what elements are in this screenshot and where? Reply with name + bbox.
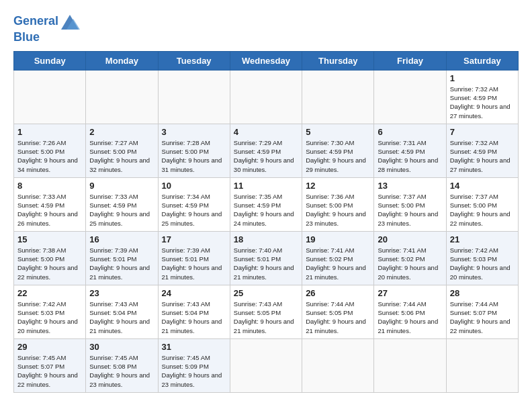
calendar-cell xyxy=(374,70,446,124)
logo-text-blue: Blue xyxy=(13,31,40,44)
calendar-cell: 29 Sunrise: 7:45 AMSunset: 5:07 PMDaylig… xyxy=(14,338,86,392)
header: General Blue xyxy=(13,12,519,44)
day-info: Sunrise: 7:43 AMSunset: 5:05 PMDaylight:… xyxy=(234,300,294,334)
day-number: 26 xyxy=(306,288,370,298)
day-info: Sunrise: 7:27 AMSunset: 5:00 PMDaylight:… xyxy=(89,139,150,173)
day-info: Sunrise: 7:43 AMSunset: 5:04 PMDaylight:… xyxy=(162,300,222,334)
calendar-cell: 1 Sunrise: 7:32 AMSunset: 4:59 PMDayligh… xyxy=(446,70,518,124)
week-row-0: 1 Sunrise: 7:32 AMSunset: 4:59 PMDayligh… xyxy=(14,70,519,124)
calendar-cell xyxy=(230,338,302,392)
calendar-cell xyxy=(230,70,302,124)
day-info: Sunrise: 7:39 AMSunset: 5:01 PMDaylight:… xyxy=(89,246,150,281)
day-info: Sunrise: 7:26 AMSunset: 5:00 PMDaylight:… xyxy=(17,139,78,173)
day-info: Sunrise: 7:32 AMSunset: 4:59 PMDaylight:… xyxy=(450,85,511,120)
week-row-1: 1 Sunrise: 7:26 AMSunset: 5:00 PMDayligh… xyxy=(14,124,519,177)
day-number: 1 xyxy=(17,127,82,137)
calendar-cell: 15 Sunrise: 7:38 AMSunset: 5:00 PMDaylig… xyxy=(14,231,86,285)
day-number: 27 xyxy=(378,288,442,298)
calendar-cell: 17 Sunrise: 7:39 AMSunset: 5:01 PMDaylig… xyxy=(158,231,230,285)
day-info: Sunrise: 7:35 AMSunset: 4:59 PMDaylight:… xyxy=(234,193,294,227)
logo: General Blue xyxy=(13,12,80,44)
calendar-cell: 11 Sunrise: 7:35 AMSunset: 4:59 PMDaylig… xyxy=(230,177,302,231)
day-number: 23 xyxy=(89,288,154,298)
day-number: 25 xyxy=(234,288,298,298)
day-number: 10 xyxy=(162,181,226,191)
day-info: Sunrise: 7:31 AMSunset: 4:59 PMDaylight:… xyxy=(378,139,438,173)
calendar-cell xyxy=(14,70,86,124)
day-info: Sunrise: 7:42 AMSunset: 5:03 PMDaylight:… xyxy=(17,300,78,334)
day-info: Sunrise: 7:42 AMSunset: 5:03 PMDaylight:… xyxy=(450,246,511,281)
calendar-cell xyxy=(302,70,374,124)
weekday-header-monday: Monday xyxy=(86,51,158,70)
day-info: Sunrise: 7:33 AMSunset: 4:59 PMDaylight:… xyxy=(17,193,78,227)
calendar-cell xyxy=(302,338,374,392)
calendar-cell: 16 Sunrise: 7:39 AMSunset: 5:01 PMDaylig… xyxy=(86,231,158,285)
calendar-cell xyxy=(158,70,230,124)
day-number: 24 xyxy=(162,288,226,298)
calendar-cell: 25 Sunrise: 7:43 AMSunset: 5:05 PMDaylig… xyxy=(230,285,302,338)
calendar-cell: 2 Sunrise: 7:27 AMSunset: 5:00 PMDayligh… xyxy=(86,124,158,177)
day-number: 7 xyxy=(450,127,515,137)
day-number: 13 xyxy=(378,181,442,191)
calendar-cell: 12 Sunrise: 7:36 AMSunset: 5:00 PMDaylig… xyxy=(302,177,374,231)
calendar-cell: 30 Sunrise: 7:45 AMSunset: 5:08 PMDaylig… xyxy=(86,338,158,392)
day-info: Sunrise: 7:45 AMSunset: 5:09 PMDaylight:… xyxy=(162,354,222,388)
calendar-cell: 21 Sunrise: 7:42 AMSunset: 5:03 PMDaylig… xyxy=(446,231,518,285)
calendar-cell: 20 Sunrise: 7:41 AMSunset: 5:02 PMDaylig… xyxy=(374,231,446,285)
weekday-header-saturday: Saturday xyxy=(446,51,518,70)
day-info: Sunrise: 7:32 AMSunset: 4:59 PMDaylight:… xyxy=(450,139,511,173)
day-number: 11 xyxy=(234,181,298,191)
calendar-cell: 18 Sunrise: 7:40 AMSunset: 5:01 PMDaylig… xyxy=(230,231,302,285)
day-info: Sunrise: 7:44 AMSunset: 5:07 PMDaylight:… xyxy=(450,300,511,334)
calendar-cell: 6 Sunrise: 7:31 AMSunset: 4:59 PMDayligh… xyxy=(374,124,446,177)
day-number: 17 xyxy=(162,234,226,244)
calendar-cell: 5 Sunrise: 7:30 AMSunset: 4:59 PMDayligh… xyxy=(302,124,374,177)
calendar-cell xyxy=(374,338,446,392)
calendar-cell: 27 Sunrise: 7:44 AMSunset: 5:06 PMDaylig… xyxy=(374,285,446,338)
day-number: 15 xyxy=(17,234,82,244)
calendar-cell xyxy=(86,70,158,124)
day-number: 14 xyxy=(450,181,515,191)
day-number: 8 xyxy=(17,181,82,191)
day-info: Sunrise: 7:28 AMSunset: 5:00 PMDaylight:… xyxy=(162,139,222,173)
day-number: 29 xyxy=(17,342,82,352)
day-info: Sunrise: 7:43 AMSunset: 5:04 PMDaylight:… xyxy=(89,300,150,334)
weekday-header-tuesday: Tuesday xyxy=(158,51,230,70)
day-number: 30 xyxy=(89,342,154,352)
calendar-cell: 1 Sunrise: 7:26 AMSunset: 5:00 PMDayligh… xyxy=(14,124,86,177)
weekday-header-friday: Friday xyxy=(374,51,446,70)
week-row-5: 29 Sunrise: 7:45 AMSunset: 5:07 PMDaylig… xyxy=(14,338,519,392)
day-info: Sunrise: 7:45 AMSunset: 5:08 PMDaylight:… xyxy=(89,354,150,388)
day-number: 22 xyxy=(17,288,82,298)
calendar-cell: 3 Sunrise: 7:28 AMSunset: 5:00 PMDayligh… xyxy=(158,124,230,177)
day-number: 20 xyxy=(378,234,442,244)
day-info: Sunrise: 7:33 AMSunset: 4:59 PMDaylight:… xyxy=(89,193,150,227)
calendar-cell: 19 Sunrise: 7:41 AMSunset: 5:02 PMDaylig… xyxy=(302,231,374,285)
calendar-cell: 7 Sunrise: 7:32 AMSunset: 4:59 PMDayligh… xyxy=(446,124,518,177)
day-number: 12 xyxy=(306,181,370,191)
day-number: 4 xyxy=(234,127,298,137)
page: General Blue SundayMondayTuesdayWednesda… xyxy=(0,0,532,400)
day-info: Sunrise: 7:29 AMSunset: 4:59 PMDaylight:… xyxy=(234,139,294,173)
day-info: Sunrise: 7:40 AMSunset: 5:01 PMDaylight:… xyxy=(234,246,294,281)
logo-icon xyxy=(60,12,80,31)
calendar-cell: 26 Sunrise: 7:44 AMSunset: 5:05 PMDaylig… xyxy=(302,285,374,338)
weekday-header-sunday: Sunday xyxy=(14,51,86,70)
calendar-cell: 24 Sunrise: 7:43 AMSunset: 5:04 PMDaylig… xyxy=(158,285,230,338)
day-number: 16 xyxy=(89,234,154,244)
day-number: 19 xyxy=(306,234,370,244)
calendar-cell: 23 Sunrise: 7:43 AMSunset: 5:04 PMDaylig… xyxy=(86,285,158,338)
calendar-cell: 28 Sunrise: 7:44 AMSunset: 5:07 PMDaylig… xyxy=(446,285,518,338)
day-info: Sunrise: 7:38 AMSunset: 5:00 PMDaylight:… xyxy=(17,246,78,281)
calendar-cell: 4 Sunrise: 7:29 AMSunset: 4:59 PMDayligh… xyxy=(230,124,302,177)
day-info: Sunrise: 7:36 AMSunset: 5:00 PMDaylight:… xyxy=(306,193,366,227)
day-number: 9 xyxy=(89,181,154,191)
day-number: 28 xyxy=(450,288,515,298)
week-row-2: 8 Sunrise: 7:33 AMSunset: 4:59 PMDayligh… xyxy=(14,177,519,231)
calendar-cell: 10 Sunrise: 7:34 AMSunset: 4:59 PMDaylig… xyxy=(158,177,230,231)
day-number: 5 xyxy=(306,127,370,137)
calendar-table: SundayMondayTuesdayWednesdayThursdayFrid… xyxy=(13,51,519,393)
calendar-cell: 31 Sunrise: 7:45 AMSunset: 5:09 PMDaylig… xyxy=(158,338,230,392)
weekday-header-thursday: Thursday xyxy=(302,51,374,70)
day-info: Sunrise: 7:44 AMSunset: 5:05 PMDaylight:… xyxy=(306,300,366,334)
